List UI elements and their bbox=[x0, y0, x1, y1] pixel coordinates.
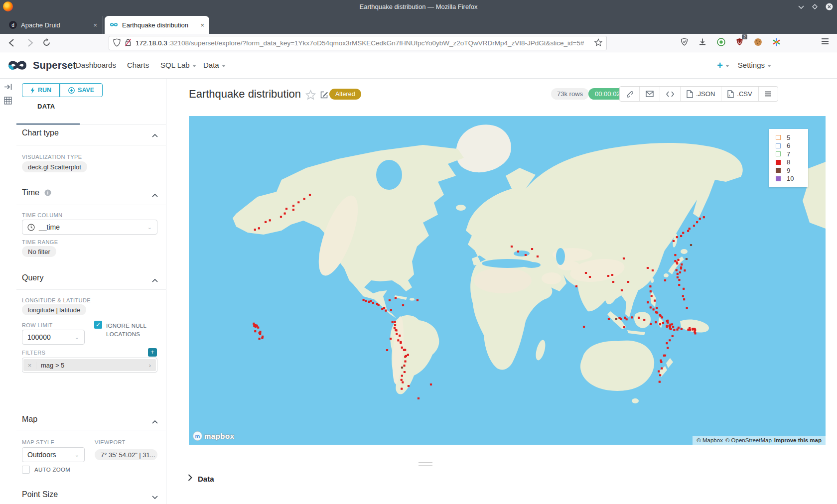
email-button[interactable] bbox=[640, 87, 660, 101]
nav-sql-lab[interactable]: SQL Lab bbox=[160, 61, 196, 69]
mapbox-icon: m bbox=[193, 431, 202, 441]
nav-dashboards[interactable]: Dashboards bbox=[76, 61, 116, 69]
tab-earthquake-distribution[interactable]: Earthquake distribution × bbox=[105, 16, 209, 34]
row-limit-label: ROW LIMIT bbox=[22, 322, 53, 328]
map-attribution: © Mapbox © OpenStreetMap Improve this ma… bbox=[693, 436, 826, 445]
map-style-select[interactable]: Outdoors ⌄ bbox=[22, 447, 85, 462]
time-column-select[interactable]: __time ⌄ bbox=[22, 220, 157, 235]
insecure-lock-icon[interactable] bbox=[125, 38, 132, 48]
window-maximize-icon[interactable] bbox=[812, 4, 818, 9]
favorite-star-icon[interactable] bbox=[305, 90, 316, 102]
nav-data[interactable]: Data bbox=[203, 61, 226, 69]
multicolor-extension-icon[interactable] bbox=[771, 37, 781, 47]
section-chart-type[interactable]: Chart type bbox=[22, 128, 59, 137]
legend-label: 7 bbox=[787, 150, 790, 158]
map-canvas[interactable]: 5678910 m mapbox © Mapbox © OpenStreetMa… bbox=[189, 116, 826, 445]
osm-attribution-link[interactable]: © OpenStreetMap bbox=[725, 437, 772, 443]
bookmark-star-icon[interactable] bbox=[594, 38, 602, 48]
chevron-up-icon[interactable] bbox=[152, 190, 158, 199]
cookie-icon[interactable] bbox=[753, 37, 763, 47]
legend-label: 6 bbox=[787, 142, 790, 149]
pane-drag-handle[interactable] bbox=[418, 462, 432, 468]
filter-field: × mag > 5 › bbox=[22, 358, 157, 373]
export-csv-button[interactable]: x .CSV bbox=[721, 87, 758, 101]
expand-filter-icon[interactable]: › bbox=[144, 362, 156, 369]
nav-charts[interactable]: Charts bbox=[127, 61, 149, 69]
ublock-badge: 2 bbox=[742, 34, 747, 39]
window-minimize-icon[interactable] bbox=[798, 5, 804, 9]
row-limit-select[interactable]: 100000 ⌄ bbox=[22, 330, 85, 345]
chevron-down-icon: ⌄ bbox=[147, 224, 152, 231]
legend-item[interactable]: 6 bbox=[776, 142, 802, 150]
chevron-up-icon[interactable] bbox=[152, 417, 158, 426]
page: Earthquake distribution — Mozilla Firefo… bbox=[0, 0, 837, 504]
auto-zoom-checkbox[interactable] bbox=[22, 466, 30, 474]
chevron-down-icon bbox=[767, 65, 771, 67]
data-pane-toggle[interactable]: Data bbox=[188, 474, 214, 483]
filter-chip[interactable]: × mag > 5 › bbox=[23, 359, 156, 371]
tracking-shield-icon[interactable] bbox=[113, 38, 121, 48]
edit-properties-icon[interactable] bbox=[320, 91, 328, 101]
nav-settings[interactable]: Settings bbox=[738, 61, 771, 69]
legend-item[interactable]: 8 bbox=[776, 158, 802, 167]
file-csv-icon: x bbox=[727, 90, 734, 98]
viz-type-value[interactable]: deck.gl Scatterplot bbox=[22, 161, 87, 172]
filters-label: FILTERS bbox=[22, 350, 45, 356]
ignore-null-checkbox[interactable]: ✓ bbox=[94, 321, 102, 329]
legend-item[interactable]: 7 bbox=[776, 150, 802, 158]
chevron-up-icon[interactable] bbox=[152, 130, 158, 139]
superset-logo[interactable]: Superset bbox=[6, 58, 76, 73]
tab-apache-druid[interactable]: d Apache Druid × bbox=[4, 16, 103, 34]
dataset-grid-icon[interactable] bbox=[4, 97, 12, 107]
chevron-down-icon: ⌄ bbox=[75, 452, 79, 458]
reload-icon[interactable] bbox=[42, 38, 53, 49]
add-filter-button[interactable]: + bbox=[148, 348, 157, 357]
downloads-icon[interactable] bbox=[698, 37, 707, 47]
legend-item[interactable]: 10 bbox=[776, 175, 802, 183]
section-point-size[interactable]: Point Size bbox=[22, 490, 58, 499]
map-legend: 5678910 bbox=[769, 129, 808, 187]
tab-close-icon[interactable]: × bbox=[93, 21, 97, 29]
chevron-up-icon[interactable] bbox=[152, 275, 158, 284]
legend-label: 10 bbox=[787, 175, 794, 182]
tab-data[interactable]: DATA bbox=[37, 103, 55, 110]
mapbox-attribution-link[interactable]: © Mapbox bbox=[697, 437, 723, 443]
nav-add-button[interactable]: + bbox=[717, 60, 729, 71]
section-map[interactable]: Map bbox=[22, 415, 37, 424]
copy-link-button[interactable] bbox=[620, 87, 640, 101]
forward-icon[interactable] bbox=[25, 38, 36, 49]
chart-menu-button[interactable] bbox=[759, 87, 778, 101]
account-shield-icon[interactable] bbox=[679, 37, 689, 47]
window-close-icon[interactable] bbox=[826, 3, 833, 10]
clock-icon bbox=[27, 224, 35, 231]
menu-icon bbox=[765, 91, 772, 97]
section-time[interactable]: Time bbox=[22, 188, 51, 197]
save-button[interactable]: SAVE bbox=[60, 83, 103, 97]
section-query[interactable]: Query bbox=[22, 273, 44, 282]
time-range-value[interactable]: No filter bbox=[22, 246, 56, 257]
ublock-icon[interactable]: 2 bbox=[734, 37, 744, 47]
export-json-button[interactable]: .JSON bbox=[681, 87, 721, 101]
lonlat-value[interactable]: longitude | latitude bbox=[22, 304, 86, 315]
mapbox-logo[interactable]: m mapbox bbox=[193, 431, 235, 441]
extension-green-icon[interactable] bbox=[716, 37, 726, 47]
back-icon[interactable] bbox=[7, 38, 18, 49]
code-icon bbox=[666, 91, 674, 97]
menu-icon[interactable] bbox=[821, 38, 829, 47]
tab-close-icon[interactable]: × bbox=[200, 21, 204, 29]
improve-map-link[interactable]: Improve this map bbox=[774, 437, 822, 443]
chevron-down-icon[interactable] bbox=[152, 492, 158, 501]
chevron-down-icon bbox=[192, 65, 196, 67]
left-rail bbox=[0, 79, 16, 504]
embed-code-button[interactable] bbox=[660, 87, 681, 101]
legend-item[interactable]: 5 bbox=[776, 133, 802, 142]
collapse-dataset-panel-icon[interactable] bbox=[4, 83, 12, 93]
legend-item[interactable]: 9 bbox=[776, 166, 802, 175]
svg-text:x: x bbox=[729, 93, 731, 97]
remove-filter-icon[interactable]: × bbox=[23, 362, 36, 369]
viewport-value[interactable]: 7° 35' 54.02" | 31... bbox=[95, 449, 157, 460]
legend-label: 8 bbox=[787, 158, 790, 166]
url-bar[interactable]: 172.18.0.3:32108/superset/explore/?form_… bbox=[109, 36, 607, 50]
run-button[interactable]: RUN bbox=[22, 83, 60, 97]
altered-badge[interactable]: Altered bbox=[329, 89, 361, 100]
